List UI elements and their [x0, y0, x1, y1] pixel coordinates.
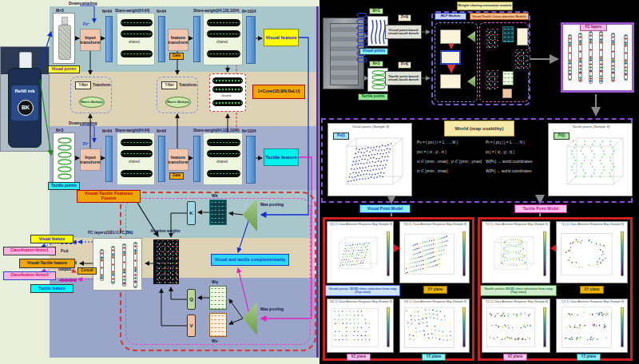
- heatmap-scatter: [483, 305, 539, 351]
- tactile-xy-plane-tag: XY plane: [580, 286, 604, 294]
- bench-m3-tag: M×3: [369, 8, 383, 14]
- fc-column: [599, 31, 603, 84]
- mini-grid: [483, 69, 499, 90]
- heatmap-plot-3d-visual: V(1,1) Class Attention Response Map (Sam…: [327, 221, 394, 283]
- mini-conv-box: [440, 74, 461, 89]
- fc-column: [100, 249, 104, 281]
- classification-vector2-tag: Classification Vector2: [3, 271, 56, 280]
- tnet-module-2: T-Net Transform Matrix Multiply: [157, 77, 198, 113]
- shared-label: shared: [129, 40, 140, 44]
- colorbar: [387, 307, 390, 347]
- visual-bar-1: [105, 16, 113, 62]
- fusion-title: Visual-Tactile Features Fusion: [77, 190, 141, 203]
- visual-downsampling-label: Downsampling: [69, 1, 97, 6]
- fc-layers-card: [93, 238, 142, 291]
- visual-points-plot: Visual points (Sample 8) Pv(i): [327, 123, 412, 196]
- colorbar: [621, 231, 624, 276]
- mini-attention-label-card: [517, 28, 528, 46]
- heatmap-plot-xz-visual: V(1,1) Class Attention Response Map (Sam…: [327, 299, 394, 353]
- conv-capsule: [121, 19, 153, 26]
- wk-label: Wk: [212, 193, 218, 198]
- tactile-mlp1-card: shared: [117, 133, 155, 185]
- visual-xz-plane-tag: XZ plane: [347, 354, 371, 361]
- conv-capsule: [207, 50, 240, 57]
- mini-grid: [512, 49, 530, 73]
- mini-shared-box: [440, 50, 461, 65]
- heatmap-plot-3d-tactile: T(1,1) Class Attention Response Map (Sam…: [482, 221, 550, 283]
- tnet-box: T-Net: [161, 81, 177, 89]
- colorbar: [387, 231, 390, 276]
- heatmap-plot-xz-tactile: T(1,1) Class Attention Response Map (Sam…: [482, 299, 550, 353]
- conv-capsule: [207, 139, 240, 146]
- plot-title: T(1,1) Class Attention Response Map (Sam…: [484, 223, 550, 226]
- tnet-transform-label: Transform: [93, 83, 110, 87]
- sample-bottle-icon: [62, 17, 68, 25]
- plot-title: V(1,1) Class Attention Response Map (Sam…: [402, 223, 469, 226]
- classification-vector1-tag: Classification Vector1: [3, 247, 56, 255]
- colorbar: [462, 231, 466, 276]
- visual-mlp2-card: shared: [203, 13, 243, 65]
- colorbar: [462, 307, 466, 347]
- tactile-heatmap-caption: Tactile points 3D/2D class attention hea…: [480, 285, 557, 296]
- fc-column: [589, 31, 593, 84]
- fc-column: [122, 243, 126, 287]
- tactile-bar-2: [158, 136, 165, 182]
- visual-feature-box: Visual feature: [264, 29, 299, 46]
- tactile-bar-3: [193, 136, 200, 182]
- fc-classifier-tag: FC layers: [580, 24, 607, 31]
- bench-visual-text-card: Visual point based visual-touch bench: [385, 25, 422, 39]
- heatmap-scatter: [558, 228, 617, 282]
- k-box: K: [187, 201, 196, 225]
- conv-capsule: [121, 150, 153, 157]
- tactile-bar-1: [105, 136, 113, 182]
- visual-mlp1-label: Share-weight(64,64): [115, 9, 149, 13]
- visual-heatmap-caption: Visual points 3D/2D class attention heat…: [325, 285, 400, 296]
- mini-conv-box: [440, 30, 461, 44]
- conv-capsule: [212, 86, 243, 93]
- conv-capsule: [121, 50, 153, 57]
- colorbar: [543, 307, 546, 347]
- visual-yz-plane-tag: YZ plane: [422, 354, 446, 361]
- mini-attention-box: [479, 22, 529, 102]
- plot-title: V(1,1) Class Attention Response Map (Sam…: [402, 300, 469, 303]
- world-equations-left: Pv = { pv,i | i = 1, …, M } pv,i = ( xi …: [417, 140, 481, 179]
- shared-label: shared: [129, 160, 140, 164]
- conv-capsule: [207, 170, 240, 177]
- equation-line: zi ∈ [zmin , zmax]: [417, 169, 481, 173]
- bench-tactile-text-card: Tactile point based visual-touch bench: [385, 71, 422, 85]
- tnet-matmul: Matrix Multiply: [79, 97, 105, 108]
- visual-n64a-label: N×64: [102, 9, 112, 14]
- bench-pn-bottom-tag: P×N: [398, 61, 411, 69]
- mini-banner: Weight sharing extraction module: [457, 2, 513, 10]
- concat-tag: Concat: [77, 267, 97, 275]
- wv-label: Wv: [212, 338, 218, 343]
- heatmap-scatter: [401, 228, 458, 282]
- tactile-downsampling-label: Downsampling: [69, 121, 97, 125]
- equation-line: W(Pv) → world coordinates: [486, 160, 551, 164]
- tactile-feature-output-tag: Tactile feature: [30, 284, 73, 293]
- visual-f0-label: Fv⁰: [83, 22, 89, 26]
- world-equations-right: Pt = { pt,j | j = 1, …, N } pt,j = ( xj …: [486, 140, 551, 179]
- plot-title: Visual points (Sample 8): [330, 125, 411, 129]
- fc-column: [624, 34, 628, 81]
- mini-grid: [502, 26, 514, 42]
- v-box: V: [187, 315, 196, 337]
- heatmap-plot-xy-visual: V(1,1) Class Attention Response Map (Sam…: [399, 221, 470, 283]
- plot-title: T(1,1) Class Attention Response Map (Sam…: [484, 300, 550, 303]
- visual-n1024-label: N×1024: [242, 9, 256, 14]
- tactile-mlp2-card: shared: [203, 133, 243, 185]
- bench-n3-tag: N×3: [369, 61, 383, 67]
- fc-column: [568, 34, 572, 81]
- plot-title: V(1,1) Class Attention Response Map (Sam…: [329, 300, 393, 303]
- plot-title: Tactile points (Sample 8): [550, 125, 632, 129]
- tactile-f0-label: Ft⁰: [83, 141, 89, 146]
- conv-capsule: [212, 100, 243, 106]
- visual-dim-label: M×3: [56, 8, 64, 13]
- heatmap-plot-yz-tactile: T(1,1) Class Attention Response Map (Sam…: [556, 299, 628, 353]
- shared-label: shared: [221, 93, 231, 97]
- mini-max-pooling-triangle: [467, 76, 475, 87]
- world-title: World (map usability): [444, 121, 514, 136]
- tactile-points-scatter: [551, 132, 631, 196]
- conv-capsule: [121, 30, 153, 38]
- heatmap-scatter: [328, 305, 383, 351]
